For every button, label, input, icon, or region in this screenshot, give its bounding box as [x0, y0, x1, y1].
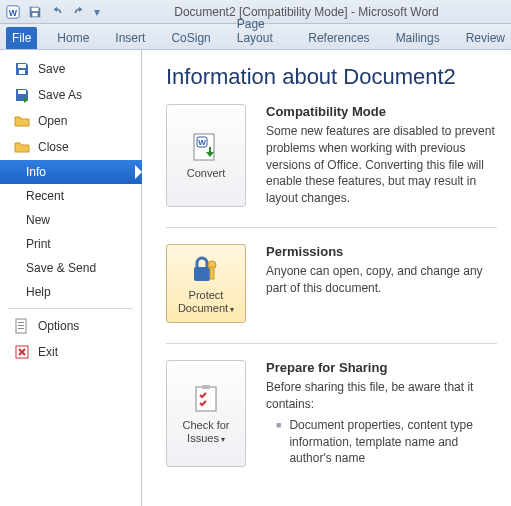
page-title: Information about Document2 — [166, 64, 497, 90]
button-label: Protect Document▾ — [171, 289, 241, 314]
sidebar-item-save[interactable]: Save — [0, 56, 141, 82]
convert-doc-icon: W — [190, 131, 222, 163]
tab-mailings[interactable]: Mailings — [390, 27, 446, 49]
section-permissions: Protect Document▾ Permissions Anyone can… — [166, 244, 497, 337]
sidebar-item-label: Exit — [38, 345, 58, 359]
save-icon[interactable] — [26, 3, 44, 21]
sidebar-item-label: Print — [26, 237, 51, 251]
section-prepare-sharing: Check for Issues▾ Prepare for Sharing Be… — [166, 360, 497, 481]
protect-document-button[interactable]: Protect Document▾ — [166, 244, 246, 323]
compatibility-desc: Compatibility Mode Some new features are… — [266, 104, 497, 207]
undo-icon[interactable] — [48, 3, 66, 21]
sidebar-item-label: New — [26, 213, 50, 227]
qat-dropdown-icon[interactable]: ▾ — [92, 3, 102, 21]
sidebar-item-save-send[interactable]: Save & Send — [0, 256, 141, 280]
folder-open-icon — [14, 113, 30, 129]
svg-rect-10 — [18, 328, 24, 329]
section-separator — [166, 227, 497, 228]
ribbon-tabs: File Home Insert CoSign Page Layout Refe… — [0, 24, 511, 50]
svg-rect-3 — [32, 12, 37, 16]
section-body: Before sharing this file, be aware that … — [266, 379, 497, 413]
chevron-down-icon: ▾ — [221, 435, 225, 444]
sidebar-item-recent[interactable]: Recent — [0, 184, 141, 208]
sidebar-item-save-as[interactable]: Save As — [0, 82, 141, 108]
check-issues-button[interactable]: Check for Issues▾ — [166, 360, 246, 467]
backstage-sidebar: Save Save As Open Close Info Recent New … — [0, 50, 142, 506]
window-title: Document2 [Compatibility Mode] - Microso… — [106, 5, 507, 19]
issues-list: Document properties, content type inform… — [266, 417, 497, 467]
section-heading: Prepare for Sharing — [266, 360, 497, 375]
tab-cosign[interactable]: CoSign — [165, 27, 216, 49]
svg-rect-5 — [19, 70, 25, 74]
chevron-down-icon: ▾ — [230, 305, 234, 314]
save-disk-icon — [14, 61, 30, 77]
redo-icon[interactable] — [70, 3, 88, 21]
sidebar-item-options[interactable]: Options — [0, 313, 141, 339]
button-label: Convert — [187, 167, 226, 180]
svg-rect-2 — [32, 7, 39, 11]
svg-rect-8 — [18, 322, 24, 323]
sidebar-item-open[interactable]: Open — [0, 108, 141, 134]
tab-home[interactable]: Home — [51, 27, 95, 49]
svg-text:W: W — [9, 7, 18, 17]
save-as-icon — [14, 87, 30, 103]
section-body: Some new features are disabled to preven… — [266, 123, 497, 207]
sidebar-item-label: Help — [26, 285, 51, 299]
tab-review[interactable]: Review — [460, 27, 511, 49]
sidebar-item-label: Save — [38, 62, 65, 76]
section-heading: Permissions — [266, 244, 497, 259]
section-separator — [166, 343, 497, 344]
svg-rect-6 — [18, 90, 26, 94]
options-icon — [14, 318, 30, 334]
svg-rect-4 — [18, 64, 26, 68]
exit-icon — [14, 344, 30, 360]
tab-page-layout[interactable]: Page Layout — [231, 13, 289, 49]
svg-rect-15 — [194, 267, 210, 281]
sidebar-item-label: Close — [38, 140, 69, 154]
button-label: Check for Issues▾ — [171, 419, 241, 444]
checklist-icon — [190, 383, 222, 415]
sidebar-item-label: Recent — [26, 189, 64, 203]
sidebar-item-print[interactable]: Print — [0, 232, 141, 256]
sidebar-item-label: Options — [38, 319, 79, 333]
section-heading: Compatibility Mode — [266, 104, 497, 119]
list-item: Document properties, content type inform… — [266, 417, 497, 467]
section-body: Anyone can open, copy, and change any pa… — [266, 263, 497, 297]
svg-text:W: W — [198, 138, 206, 147]
section-compatibility: W Convert Compatibility Mode Some new fe… — [166, 104, 497, 221]
sidebar-item-label: Save & Send — [26, 261, 96, 275]
svg-rect-19 — [202, 385, 210, 389]
svg-rect-18 — [196, 387, 216, 411]
prepare-sharing-desc: Prepare for Sharing Before sharing this … — [266, 360, 497, 467]
info-pane: Information about Document2 W Convert Co… — [142, 50, 511, 506]
sidebar-item-label: Info — [26, 165, 46, 179]
sidebar-item-label: Save As — [38, 88, 82, 102]
tab-file[interactable]: File — [6, 27, 37, 49]
convert-button[interactable]: W Convert — [166, 104, 246, 207]
sidebar-item-info[interactable]: Info — [0, 160, 142, 184]
sidebar-separator — [8, 308, 133, 309]
folder-close-icon — [14, 139, 30, 155]
svg-rect-17 — [210, 267, 214, 279]
permissions-desc: Permissions Anyone can open, copy, and c… — [266, 244, 497, 323]
sidebar-item-help[interactable]: Help — [0, 280, 141, 304]
sidebar-item-close[interactable]: Close — [0, 134, 141, 160]
sidebar-item-new[interactable]: New — [0, 208, 141, 232]
sidebar-item-label: Open — [38, 114, 67, 128]
sidebar-item-exit[interactable]: Exit — [0, 339, 141, 365]
lock-key-icon — [190, 253, 222, 285]
tab-references[interactable]: References — [302, 27, 375, 49]
tab-insert[interactable]: Insert — [109, 27, 151, 49]
svg-rect-9 — [18, 325, 24, 326]
word-app-icon[interactable]: W — [4, 3, 22, 21]
backstage: Save Save As Open Close Info Recent New … — [0, 50, 511, 506]
